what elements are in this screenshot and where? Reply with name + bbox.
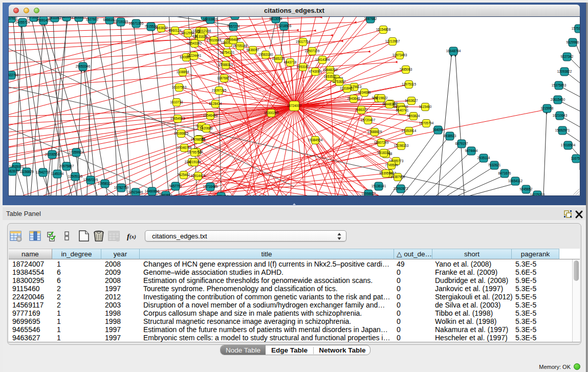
svg-text:19098556: 19098556: [191, 138, 206, 141]
svg-text:18754131: 18754131: [220, 51, 235, 54]
svg-text:9983893: 9983893: [160, 193, 172, 195]
svg-text:9893824: 9893824: [407, 114, 420, 118]
svg-text:8938923: 8938923: [444, 134, 456, 138]
svg-text:17016504: 17016504: [561, 143, 576, 147]
svg-text:1653531: 1653531: [324, 75, 337, 78]
svg-text:11558837: 11558837: [361, 192, 376, 195]
svg-text:7663822: 7663822: [155, 26, 168, 30]
svg-text:9034686: 9034686: [358, 91, 371, 94]
svg-text:1527602: 1527602: [86, 17, 99, 21]
svg-text:15716485: 15716485: [203, 185, 218, 188]
svg-text:16543382: 16543382: [187, 41, 202, 45]
svg-text:2087682: 2087682: [364, 17, 377, 20]
svg-text:20975857: 20975857: [59, 164, 74, 168]
svg-text:10688609: 10688609: [367, 130, 382, 134]
svg-text:10848230: 10848230: [323, 68, 338, 72]
svg-text:19654923: 19654923: [170, 117, 185, 120]
svg-text:8471676: 8471676: [498, 171, 511, 175]
svg-text:21097245: 21097245: [212, 89, 227, 92]
svg-text:16648784: 16648784: [446, 49, 461, 53]
svg-text:24055724: 24055724: [15, 20, 30, 24]
svg-text:7632621: 7632621: [488, 163, 501, 167]
svg-text:20615450: 20615450: [551, 98, 565, 101]
svg-text:9463627: 9463627: [405, 99, 418, 102]
svg-text:9329966: 9329966: [567, 40, 579, 44]
svg-text:1108894: 1108894: [177, 70, 189, 74]
svg-text:16914479: 16914479: [191, 174, 206, 178]
svg-text:5219822: 5219822: [375, 96, 388, 100]
svg-text:(x): (x): [129, 233, 136, 240]
svg-text:18724007: 18724007: [287, 104, 302, 107]
svg-text:9245652: 9245652: [520, 187, 533, 191]
svg-text:19384554: 19384554: [308, 138, 323, 142]
svg-text:10973493: 10973493: [393, 53, 407, 57]
svg-text:9436057: 9436057: [247, 48, 259, 52]
svg-text:16210643: 16210643: [553, 114, 568, 117]
svg-text:9318332: 9318332: [378, 151, 390, 155]
svg-text:29053346: 29053346: [76, 64, 91, 68]
svg-text:6128434: 6128434: [209, 102, 222, 105]
svg-text:18807249: 18807249: [374, 141, 389, 144]
svg-text:22507109: 22507109: [305, 49, 320, 53]
svg-text:15375853: 15375853: [552, 83, 567, 87]
svg-text:9227342: 9227342: [561, 55, 574, 58]
svg-text:21012166: 21012166: [197, 29, 211, 33]
svg-text:1145194: 1145194: [51, 172, 64, 176]
svg-text:8539591: 8539591: [380, 171, 393, 175]
svg-text:9457791: 9457791: [169, 184, 182, 188]
svg-text:12093822: 12093822: [557, 70, 572, 73]
svg-text:1385239: 1385239: [272, 57, 285, 60]
svg-text:15720407: 15720407: [361, 118, 376, 122]
svg-text:9115460: 9115460: [419, 105, 432, 108]
svg-text:19218506: 19218506: [277, 24, 292, 28]
svg-text:6482877: 6482877: [9, 169, 19, 173]
svg-text:12213967: 12213967: [385, 39, 400, 43]
svg-text:17359924: 17359924: [69, 150, 84, 154]
svg-text:9953167: 9953167: [297, 65, 310, 69]
svg-text:10958107: 10958107: [98, 182, 113, 185]
svg-text:7625402: 7625402: [178, 173, 190, 177]
svg-text:19448347: 19448347: [382, 102, 397, 106]
svg-text:22992872: 22992872: [394, 187, 408, 190]
svg-text:4753657: 4753657: [333, 80, 346, 83]
svg-text:16154808: 16154808: [376, 28, 391, 31]
svg-text:12942737: 12942737: [36, 170, 51, 174]
svg-text:12414394: 12414394: [315, 58, 330, 61]
svg-text:14275203: 14275203: [530, 193, 545, 195]
svg-text:18922760: 18922760: [9, 73, 19, 77]
svg-text:10046748: 10046748: [177, 146, 192, 149]
svg-text:16224441: 16224441: [187, 54, 202, 57]
svg-text:19166825: 19166825: [174, 132, 189, 135]
svg-text:17957225: 17957225: [83, 178, 98, 182]
svg-text:7857274: 7857274: [227, 25, 240, 28]
svg-text:15198153: 15198153: [394, 144, 409, 147]
svg-text:10719185: 10719185: [114, 20, 128, 24]
svg-text:2537611: 2537611: [9, 17, 18, 20]
svg-text:10655267: 10655267: [72, 17, 86, 19]
svg-text:16033809: 16033809: [203, 17, 218, 21]
svg-text:11318461: 11318461: [340, 86, 354, 90]
svg-text:12923446: 12923446: [128, 190, 143, 194]
svg-text:4843718: 4843718: [284, 60, 297, 64]
svg-text:15588301: 15588301: [219, 63, 233, 67]
svg-text:8813054: 8813054: [270, 17, 282, 20]
svg-text:16671355: 16671355: [129, 21, 144, 25]
svg-text:13910648: 13910648: [207, 38, 222, 42]
svg-text:1610733: 1610733: [170, 100, 183, 104]
svg-text:15692971: 15692971: [555, 128, 570, 132]
svg-text:7986372: 7986372: [355, 108, 368, 112]
svg-text:18300295: 18300295: [264, 111, 279, 115]
svg-text:13546466: 13546466: [203, 114, 218, 117]
svg-text:19563180: 19563180: [258, 53, 273, 56]
svg-text:7485063: 7485063: [400, 68, 412, 71]
svg-text:20206558: 20206558: [45, 152, 60, 156]
svg-text:3215958: 3215958: [541, 106, 554, 110]
svg-text:164095: 164095: [432, 128, 444, 132]
svg-text:20994697: 20994697: [226, 38, 241, 41]
svg-text:12505135: 12505135: [68, 174, 83, 178]
svg-text:1019189: 1019189: [188, 160, 201, 164]
svg-text:3131636: 3131636: [195, 35, 208, 38]
svg-text:8811165: 8811165: [49, 17, 61, 19]
svg-text:18795716: 18795716: [187, 150, 202, 154]
svg-text:21353914: 21353914: [402, 129, 417, 133]
